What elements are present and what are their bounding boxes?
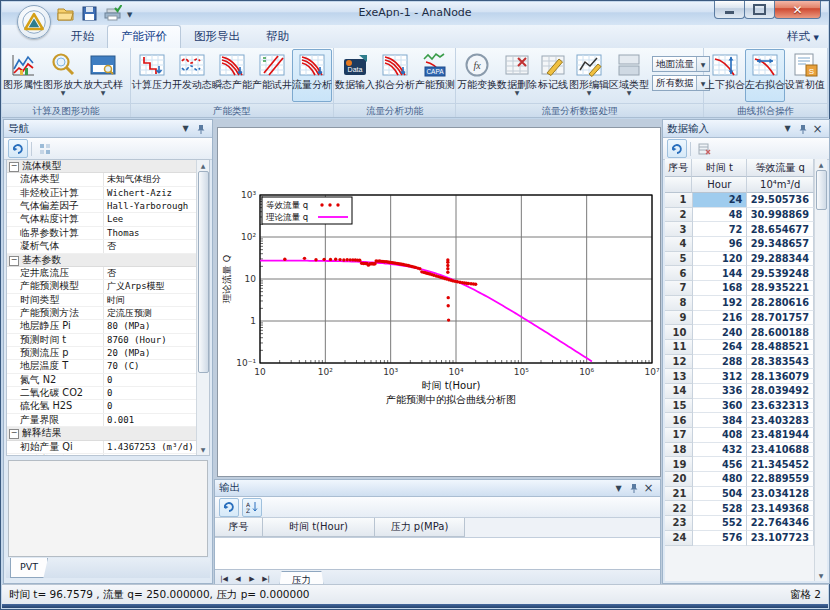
scroll-down-icon[interactable]: ▼: [819, 570, 824, 581]
data-cell[interactable]: 192: [693, 296, 748, 311]
data-cell[interactable]: 28.701757: [747, 311, 814, 326]
data-cell[interactable]: 288: [693, 355, 748, 370]
data-cell[interactable]: 22.889559: [747, 472, 814, 487]
close-button[interactable]: ✕: [774, 1, 821, 19]
data-cell[interactable]: 504: [693, 487, 748, 502]
close-panel-icon[interactable]: ×: [641, 481, 656, 495]
ribbon-button-development-dynamics[interactable]: 开发动态: [172, 49, 212, 102]
data-cell[interactable]: 456: [693, 457, 748, 472]
panel-menu-icon[interactable]: ▼: [780, 122, 795, 136]
row-number-cell[interactable]: 3: [665, 222, 693, 237]
property-row[interactable]: 氮气 N20: [7, 374, 196, 387]
row-number-cell[interactable]: 1: [665, 193, 693, 208]
data-cell[interactable]: 72: [693, 222, 748, 237]
tab-pvt[interactable]: PVT: [10, 558, 48, 578]
sort-az-icon[interactable]: AZ: [242, 498, 262, 517]
row-number-cell[interactable]: 8: [665, 296, 693, 311]
data-cell[interactable]: 480: [693, 472, 748, 487]
refresh-icon[interactable]: [667, 139, 687, 158]
last-page-icon[interactable]: ▶|: [259, 575, 273, 583]
data-cell[interactable]: 28.935221: [747, 281, 814, 296]
style-menu-button[interactable]: 样式 ▼: [787, 29, 819, 44]
row-number-cell[interactable]: 17: [665, 428, 693, 443]
ribbon-button-zoom-style[interactable]: 放大式样▼: [83, 49, 123, 102]
row-number-cell[interactable]: 22: [665, 501, 693, 516]
collapse-icon[interactable]: −: [9, 162, 19, 172]
data-cell[interactable]: 360: [693, 399, 748, 414]
property-row[interactable]: 定井底流压否: [7, 267, 196, 280]
row-number-cell[interactable]: 4: [665, 237, 693, 252]
ribbon-button-transient-productivity[interactable]: 瞬态产能: [212, 49, 252, 102]
data-cell[interactable]: 552: [693, 516, 748, 531]
property-group-header[interactable]: −解释结果: [7, 427, 196, 440]
property-row[interactable]: 气体粘度计算Lee: [7, 213, 196, 226]
ribbon-button-fitting-analysis[interactable]: 拟合分析: [375, 49, 415, 102]
app-logo-icon[interactable]: [17, 5, 51, 39]
data-column-header-1[interactable]: 时间 t: [692, 159, 747, 177]
data-cell[interactable]: 168: [693, 281, 748, 296]
ribbon-button-graph-properties[interactable]: 图形属性: [3, 49, 43, 102]
ribbon-button-productivity-well-test[interactable]: 产能试井: [252, 49, 292, 102]
data-column-header-0[interactable]: 序号: [665, 159, 692, 177]
data-cell[interactable]: 23.403283: [747, 413, 814, 428]
data-cell[interactable]: 29.348657: [747, 237, 814, 252]
combo-all-data[interactable]: 所有数据▼: [652, 75, 710, 91]
ribbon-button-region-type[interactable]: 区域类型▼: [609, 49, 649, 102]
data-input-titlebar[interactable]: 数据输入 ▼ ×: [663, 120, 829, 138]
data-cell[interactable]: 576: [693, 531, 748, 546]
data-cell[interactable]: 28.280616: [747, 296, 814, 311]
property-group-header[interactable]: −流体模型: [7, 160, 196, 173]
row-number-cell[interactable]: 10: [665, 325, 693, 340]
collapse-icon[interactable]: −: [9, 256, 19, 266]
data-cell[interactable]: 120: [693, 252, 748, 267]
property-row[interactable]: 产能预测模型广义Arps模型: [7, 280, 196, 293]
data-cell[interactable]: 336: [693, 384, 748, 399]
data-cell[interactable]: 23.107723: [747, 531, 814, 546]
data-cell[interactable]: 28.654677: [747, 222, 814, 237]
quick-access-dropdown-icon[interactable]: ▼: [127, 8, 132, 19]
property-row[interactable]: 凝析气体否: [7, 240, 196, 253]
ribbon-button-marker-line[interactable]: 标记线: [537, 49, 569, 102]
refresh-icon[interactable]: [8, 139, 28, 158]
row-number-cell[interactable]: 6: [665, 266, 693, 281]
row-number-cell[interactable]: 14: [665, 384, 693, 399]
property-grid-scrollbar[interactable]: ▲ ▼: [196, 160, 209, 455]
pin-icon[interactable]: [193, 122, 208, 136]
property-row[interactable]: 预测时间 t8760 (Hour): [7, 334, 196, 347]
chart-area[interactable]: 1010²10³10⁴10⁵10⁶10⁷10³10²10110⁻¹理论流量 Q时…: [217, 127, 661, 477]
property-row[interactable]: 产能预测方法定流压预测: [7, 307, 196, 320]
ribbon-tab-2[interactable]: 图形导出: [181, 26, 253, 48]
data-cell[interactable]: 408: [693, 428, 748, 443]
collapse-icon[interactable]: −: [9, 429, 19, 439]
row-number-cell[interactable]: 21: [665, 487, 693, 502]
data-cell[interactable]: 23.410688: [747, 443, 814, 458]
data-cell[interactable]: 216: [693, 311, 748, 326]
output-column-header-2[interactable]: 压力 p(MPa): [375, 518, 465, 537]
data-cell[interactable]: 29.505736: [747, 193, 814, 208]
data-cell[interactable]: 30.998869: [747, 208, 814, 223]
open-file-icon[interactable]: [55, 4, 75, 22]
ribbon-button-set-initial-value[interactable]: S设置初值: [785, 49, 825, 102]
delete-rows-icon[interactable]: [694, 139, 714, 158]
ribbon-tab-3[interactable]: 帮助: [253, 26, 302, 48]
data-column-header-2[interactable]: 等效流量 q: [747, 159, 814, 177]
output-column-header-0[interactable]: 序号: [215, 518, 263, 537]
property-row[interactable]: 地层静压 Pi80 (MPa): [7, 320, 196, 333]
data-cell[interactable]: 264: [693, 340, 748, 355]
data-cell[interactable]: 23.034128: [747, 487, 814, 502]
data-cell[interactable]: 48: [693, 208, 748, 223]
print-export-icon[interactable]: [103, 4, 123, 22]
ribbon-button-fit-vertical[interactable]: 上下拟合: [705, 49, 745, 102]
scroll-up-icon[interactable]: ▲: [201, 160, 206, 171]
property-row[interactable]: 时间类型时间: [7, 294, 196, 307]
output-column-header-1[interactable]: 时间 t(Hour): [263, 518, 375, 537]
data-cell[interactable]: 29.288344: [747, 252, 814, 267]
property-row[interactable]: 流体类型未知气体组分: [7, 173, 196, 186]
property-group-header[interactable]: −基本参数: [7, 254, 196, 267]
ribbon-button-calc-pressure[interactable]: 计算压力: [132, 49, 172, 102]
scroll-up-icon[interactable]: ▲: [819, 159, 824, 170]
category-view-icon[interactable]: [35, 139, 55, 158]
row-number-cell[interactable]: 18: [665, 443, 693, 458]
refresh-icon[interactable]: [219, 498, 239, 517]
pin-icon[interactable]: [795, 122, 810, 136]
